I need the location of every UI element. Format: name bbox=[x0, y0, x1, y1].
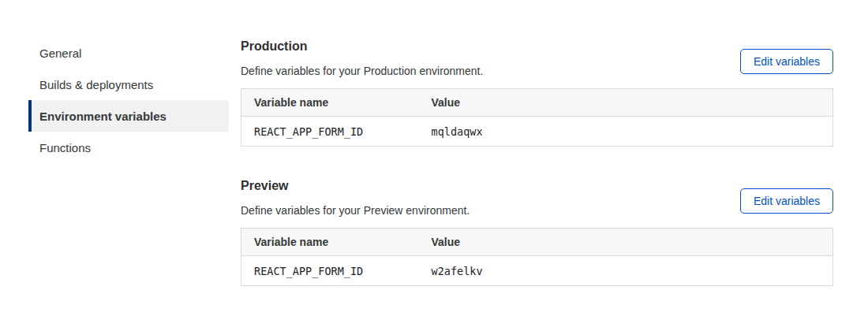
table-row: REACT_APP_FORM_ID mqldaqwx bbox=[241, 117, 833, 147]
sidebar-item-label: Functions bbox=[39, 141, 91, 154]
environment-variables-panel: Production Define variables for your Pro… bbox=[241, 37, 833, 286]
sidebar-item-environment-variables[interactable]: Environment variables bbox=[28, 100, 229, 132]
settings-sidebar: General Builds & deployments Environment… bbox=[28, 37, 229, 286]
edit-variables-button-preview[interactable]: Edit variables bbox=[740, 188, 833, 214]
variable-value-cell: w2afelkv bbox=[419, 256, 833, 286]
column-header-value: Value bbox=[419, 229, 833, 256]
variable-name-cell: REACT_APP_FORM_ID bbox=[241, 256, 419, 286]
table-header-row: Variable name Value bbox=[241, 89, 833, 117]
production-section: Production Define variables for your Pro… bbox=[241, 37, 833, 147]
variable-value-cell: mqldaqwx bbox=[419, 117, 833, 147]
column-header-variable-name: Variable name bbox=[241, 89, 419, 117]
column-header-variable-name: Variable name bbox=[241, 229, 419, 256]
column-header-value: Value bbox=[419, 89, 833, 117]
variable-name-cell: REACT_APP_FORM_ID bbox=[241, 117, 419, 147]
production-variables-table: Variable name Value REACT_APP_FORM_ID mq… bbox=[241, 88, 833, 147]
sidebar-item-label: General bbox=[39, 46, 81, 60]
table-row: REACT_APP_FORM_ID w2afelkv bbox=[241, 256, 833, 286]
sidebar-item-label: Builds & deployments bbox=[39, 78, 153, 91]
settings-page: General Builds & deployments Environment… bbox=[0, 0, 868, 286]
edit-variables-button-production[interactable]: Edit variables bbox=[740, 49, 833, 74]
sidebar-item-builds-deployments[interactable]: Builds & deployments bbox=[28, 69, 229, 100]
sidebar-item-functions[interactable]: Functions bbox=[28, 132, 229, 163]
preview-variables-table: Variable name Value REACT_APP_FORM_ID w2… bbox=[241, 228, 833, 286]
sidebar-item-general[interactable]: General bbox=[28, 37, 229, 69]
preview-section: Preview Define variables for your Previe… bbox=[241, 177, 833, 286]
table-header-row: Variable name Value bbox=[241, 229, 833, 256]
sidebar-item-label: Environment variables bbox=[39, 110, 166, 123]
